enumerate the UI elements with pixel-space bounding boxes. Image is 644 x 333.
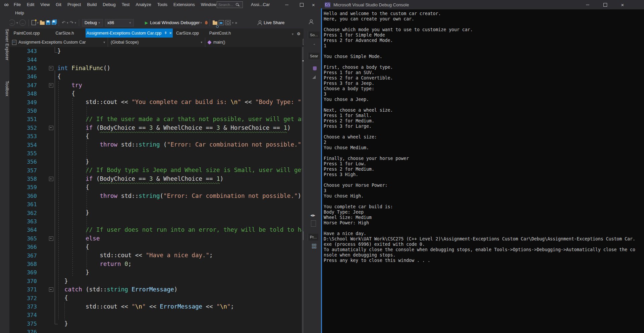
panel-tab-properties[interactable]: Pr... — [308, 234, 318, 240]
code-line-362[interactable]: 362 } — [9, 209, 302, 217]
code-line-370[interactable]: 370 } — [9, 277, 302, 285]
scope-dropdown[interactable]: (Global Scope) ▾ — [108, 38, 205, 47]
code-line-363[interactable]: 363 — [9, 217, 302, 226]
console-minimize-button[interactable] — [580, 0, 596, 9]
code-line-349[interactable]: 349 std::cout << "You complete car build… — [9, 98, 302, 106]
vs-minimize-button[interactable] — [279, 0, 294, 9]
code-line-344[interactable]: 344 — [9, 55, 302, 64]
menu-extensions[interactable]: Extensions — [170, 0, 198, 9]
tab-paintcost-h[interactable]: PaintCost.h — [202, 29, 238, 38]
code-line-357[interactable]: 357 // If Body type is Jeep and Wheel si… — [9, 166, 302, 174]
code-line-364[interactable]: 364 // If user does not run into an erro… — [9, 226, 302, 234]
code-line-353[interactable]: 353 { — [9, 132, 302, 141]
start-debugging-button[interactable]: ▶ Local Windows Debugger ▾ — [145, 19, 203, 27]
code-line-350[interactable]: 350 — [9, 107, 302, 115]
panel-tab-solution-explorer[interactable]: So... — [308, 32, 320, 38]
menu-help[interactable]: Help — [12, 9, 27, 17]
fold-collapse-icon[interactable] — [49, 83, 53, 88]
redo-dropdown[interactable]: ▾ — [74, 21, 76, 24]
fold-collapse-icon[interactable] — [49, 66, 53, 70]
code-line-365[interactable]: 365 else — [9, 234, 302, 243]
code-line-371[interactable]: 371 catch (std::string ErrorMessage) — [9, 285, 302, 294]
code-line-358[interactable]: 358 if (BodyChoice == 3 & WheelChoice ==… — [9, 175, 302, 183]
menu-project[interactable]: Project — [64, 0, 84, 9]
code-line-343[interactable]: 343} — [9, 47, 302, 55]
code-line-356[interactable]: 356 } — [9, 158, 302, 166]
code-line-346[interactable]: 346{ — [9, 72, 302, 81]
undo-button[interactable]: ↶ — [62, 19, 65, 27]
menu-file[interactable]: File — [11, 0, 24, 9]
solution-explorer-button[interactable] — [219, 19, 224, 27]
menu-tools[interactable]: Tools — [154, 0, 170, 9]
code-line-354[interactable]: 354 throw std::string ("Error: Car combi… — [9, 141, 302, 149]
menu-analyze[interactable]: Analyze — [132, 0, 154, 9]
navigate-back-button[interactable]: ← — [9, 19, 15, 26]
undo-dropdown[interactable]: ▾ — [67, 21, 68, 24]
menu-git[interactable]: Git — [53, 0, 64, 9]
send-feedback-button[interactable] — [309, 19, 310, 25]
tab-close-icon[interactable]: × — [169, 31, 172, 35]
menu-window[interactable]: Window — [198, 0, 219, 9]
tab-carsize-cpp[interactable]: CarSize.cpp — [173, 29, 202, 38]
panel-tab-search[interactable]: Sear — [308, 53, 320, 59]
code-editor[interactable]: 343}344345int FinalFunc()346{347 try348 … — [9, 47, 302, 333]
sidebar-tab-toolbox[interactable]: Toolbox — [0, 81, 9, 97]
new-item-dropdown[interactable]: ▾ — [37, 21, 39, 24]
navigate-back-dropdown[interactable]: ▾ — [16, 21, 18, 24]
code-line-351[interactable]: 351 // If the user made a car thats not … — [9, 115, 302, 123]
new-project-button[interactable] — [32, 19, 36, 27]
project-dropdown[interactable]: Assignment-Exceptions Custom Car ▾ — [9, 38, 108, 47]
hot-reload-icon[interactable] — [205, 21, 208, 24]
collapsed-panel-icon[interactable] — [312, 75, 316, 79]
menu-view[interactable]: View — [37, 0, 53, 9]
test-explorer-icon[interactable] — [313, 66, 317, 70]
code-line-366[interactable]: 366 { — [9, 243, 302, 251]
fold-collapse-icon[interactable] — [49, 177, 53, 181]
menu-debug[interactable]: Debug — [100, 0, 118, 9]
code-line-348[interactable]: 348 { — [9, 90, 302, 98]
fold-collapse-icon[interactable] — [49, 287, 53, 292]
grid-panel-icon[interactable] — [312, 244, 317, 248]
console-close-button[interactable]: × — [614, 0, 631, 9]
solution-platform-dropdown[interactable]: x86▾ — [105, 19, 134, 26]
window-list-dropdown[interactable]: ▾ — [292, 32, 293, 36]
pin-icon[interactable] — [164, 31, 167, 35]
code-line-355[interactable]: 355 — [9, 149, 302, 158]
toolbar-options-dropdown[interactable]: ▾ — [232, 21, 234, 24]
console-output-area[interactable]: Hello and welcome to the custom car crea… — [322, 9, 643, 333]
code-line-367[interactable]: 367 std::cout << "Have a nice day."; — [9, 251, 302, 260]
solution-configuration-dropdown[interactable]: Debug▾ — [82, 19, 103, 26]
tab-carsize-h[interactable]: CarSize.h — [44, 29, 86, 38]
code-line-368[interactable]: 368 return 0; — [9, 260, 302, 268]
sidebar-tab-server-explorer[interactable]: Server Explorer — [0, 29, 9, 60]
code-line-345[interactable]: 345int FinalFunc() — [9, 64, 302, 72]
console-maximize-button[interactable] — [597, 0, 613, 9]
fold-collapse-icon[interactable] — [49, 126, 53, 130]
code-line-374[interactable]: 374 — [9, 311, 302, 319]
save-button[interactable] — [46, 19, 50, 27]
horizontal-split-arrows-icon[interactable]: ◀▶ — [310, 214, 316, 217]
redo-button[interactable]: ↷ — [70, 19, 73, 27]
vs-close-button[interactable]: × — [306, 0, 321, 9]
menu-edit[interactable]: Edit — [24, 0, 37, 9]
code-line-369[interactable]: 369 } — [9, 268, 302, 277]
fold-collapse-icon[interactable] — [49, 236, 53, 241]
menu-test[interactable]: Test — [119, 0, 133, 9]
save-all-button[interactable] — [52, 19, 56, 27]
menu-build[interactable]: Build — [84, 0, 100, 9]
live-share-button[interactable]: Live Share — [257, 19, 284, 27]
find-in-files-button[interactable] — [213, 19, 217, 27]
navigate-forward-button[interactable]: → — [19, 19, 26, 26]
code-line-376[interactable]: 376 — [9, 328, 302, 333]
code-line-373[interactable]: 373 std::cout << "\n" << ErrorMessage <<… — [9, 302, 302, 311]
code-line-347[interactable]: 347 try — [9, 81, 302, 90]
tab-assignment-exceptions-custom-car-cpp[interactable]: Assignment-Exceptions Custom Car.cpp× — [86, 29, 173, 38]
code-line-352[interactable]: 352 if (BodyChoice == 3 & WheelChoice ==… — [9, 124, 302, 132]
toolbar-overflow-button[interactable]: » — [235, 19, 237, 27]
code-line-372[interactable]: 372 { — [9, 294, 302, 302]
quick-search-box[interactable] — [217, 1, 243, 8]
search-input[interactable] — [218, 3, 236, 7]
code-line-360[interactable]: 360 throw std::string("Error: Car combin… — [9, 192, 302, 200]
code-line-375[interactable]: 375 } — [9, 320, 302, 328]
properties-window-button[interactable] — [225, 19, 231, 27]
